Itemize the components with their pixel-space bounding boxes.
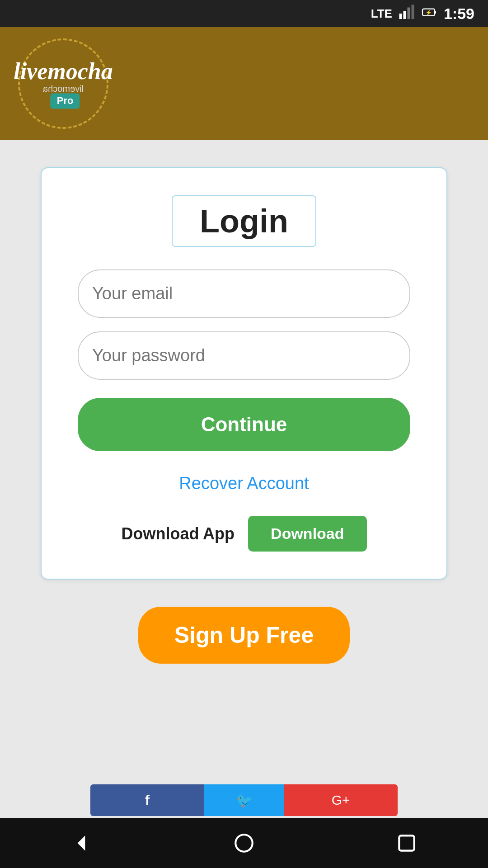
nav-bar	[0, 818, 488, 868]
logo-inner: livemocha livemocha Pro	[14, 58, 113, 108]
password-input[interactable]	[78, 331, 410, 380]
logo-container: livemocha livemocha Pro	[18, 38, 108, 129]
svg-rect-0	[399, 14, 402, 19]
svg-rect-9	[399, 835, 414, 850]
svg-text:⚡: ⚡	[425, 9, 432, 15]
recover-account-link[interactable]: Recover Account	[179, 474, 309, 493]
twitter-icon: 🐦	[236, 793, 253, 808]
app-header: livemocha livemocha Pro	[0, 27, 488, 140]
facebook-icon: f	[145, 793, 150, 808]
login-card: Login Continue Recover Account Download …	[41, 167, 447, 580]
email-input[interactable]	[78, 269, 410, 318]
svg-point-8	[235, 835, 253, 852]
home-button[interactable]	[228, 827, 260, 859]
main-content: Login Continue Recover Account Download …	[0, 140, 488, 782]
twitter-button[interactable]: 🐦	[204, 784, 284, 816]
signup-button[interactable]: Sign Up Free	[138, 607, 350, 664]
pro-badge: Pro	[51, 94, 80, 109]
svg-rect-3	[411, 5, 414, 19]
googleplus-icon: G+	[332, 793, 350, 808]
svg-rect-1	[403, 11, 406, 19]
download-button[interactable]: Download	[248, 516, 366, 552]
googleplus-button[interactable]: G+	[284, 784, 398, 816]
social-buttons: f 🐦 G+	[90, 784, 398, 816]
svg-marker-7	[78, 835, 85, 850]
facebook-button[interactable]: f	[90, 784, 204, 816]
social-bar: f 🐦 G+	[0, 782, 488, 818]
svg-rect-5	[435, 11, 436, 14]
lte-icon: LTE	[371, 7, 392, 21]
download-row: Download App Download	[121, 516, 366, 552]
download-app-label: Download App	[121, 524, 235, 543]
login-title: Login	[172, 195, 316, 247]
status-icons: LTE ⚡ 1:59	[371, 4, 474, 24]
logo-text-bottom: livemocha	[14, 85, 113, 94]
status-bar: LTE ⚡ 1:59	[0, 0, 488, 27]
back-button[interactable]	[66, 827, 97, 859]
signal-icon	[399, 4, 415, 24]
battery-icon: ⚡	[421, 4, 437, 24]
logo-text-top: livemocha	[14, 58, 113, 84]
svg-rect-2	[407, 7, 410, 19]
continue-button[interactable]: Continue	[78, 398, 410, 451]
recents-button[interactable]	[391, 827, 422, 859]
clock: 1:59	[444, 5, 474, 23]
